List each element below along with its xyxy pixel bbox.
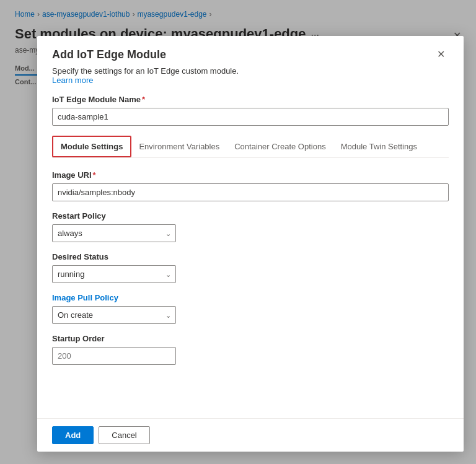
restart-policy-select[interactable]: always never on-failure on-unhealthy — [52, 224, 176, 242]
image-uri-label: Image URI * — [52, 170, 449, 180]
module-name-input[interactable] — [52, 108, 449, 126]
modal-body: IoT Edge Module Name * Module Settings E… — [37, 85, 464, 418]
tab-environment-variables[interactable]: Environment Variables — [131, 136, 227, 157]
cancel-button[interactable]: Cancel — [99, 426, 149, 444]
image-uri-field: Image URI * — [52, 170, 449, 201]
modal-description: Specify the settings for an IoT Edge cus… — [37, 61, 464, 85]
tab-content-module-settings: Image URI * Restart Policy always never … — [52, 158, 449, 365]
desired-status-field: Desired Status running stopped ⌄ — [52, 252, 449, 283]
required-star-name: * — [142, 95, 145, 104]
modal-desc-text: Specify the settings for an IoT Edge cus… — [52, 66, 449, 76]
module-name-label: IoT Edge Module Name * — [52, 95, 449, 104]
startup-order-label: Startup Order — [52, 334, 449, 343]
modal-title: Add IoT Edge Module — [52, 48, 166, 61]
image-pull-policy-dropdown-wrap: On create Never ⌄ — [52, 306, 176, 324]
restart-policy-dropdown-wrap: always never on-failure on-unhealthy ⌄ — [52, 224, 176, 242]
tab-container-create-options[interactable]: Container Create Options — [227, 136, 333, 157]
startup-order-input[interactable] — [52, 347, 176, 365]
image-pull-policy-label: Image Pull Policy — [52, 293, 449, 302]
image-uri-input[interactable] — [52, 183, 449, 201]
modal-close-button[interactable]: ✕ — [433, 48, 449, 61]
restart-policy-label: Restart Policy — [52, 211, 449, 221]
tab-module-twin-settings[interactable]: Module Twin Settings — [333, 136, 425, 157]
modal-footer: Add Cancel — [37, 418, 464, 452]
image-pull-policy-select[interactable]: On create Never — [52, 306, 176, 324]
required-star-uri: * — [93, 170, 96, 180]
add-button[interactable]: Add — [52, 426, 94, 444]
modal-header: Add IoT Edge Module ✕ — [37, 36, 464, 61]
desired-status-select[interactable]: running stopped — [52, 265, 176, 283]
startup-order-field: Startup Order — [52, 334, 449, 365]
add-iot-module-dialog: Add IoT Edge Module ✕ Specify the settin… — [37, 36, 464, 452]
desired-status-label: Desired Status — [52, 252, 449, 261]
desired-status-dropdown-wrap: running stopped ⌄ — [52, 265, 176, 283]
image-pull-policy-field: Image Pull Policy On create Never ⌄ — [52, 293, 449, 324]
module-tabs: Module Settings Environment Variables Co… — [52, 136, 449, 158]
learn-more-link[interactable]: Learn more — [52, 76, 93, 85]
module-name-field: IoT Edge Module Name * — [52, 95, 449, 126]
restart-policy-field: Restart Policy always never on-failure o… — [52, 211, 449, 242]
tab-module-settings[interactable]: Module Settings — [52, 136, 131, 157]
